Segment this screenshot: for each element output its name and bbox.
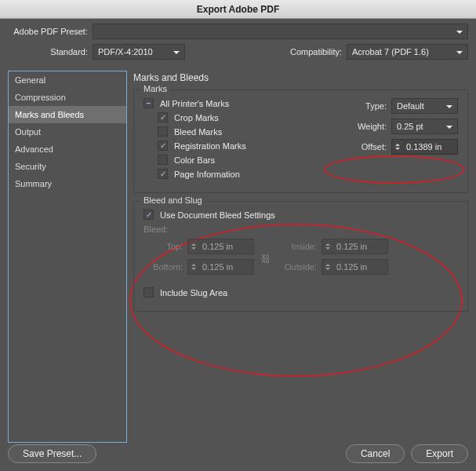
stepper-arrows-icon	[322, 260, 333, 274]
panel-heading: Marks and Bleeds	[133, 72, 468, 83]
crop-marks-check[interactable]	[158, 112, 168, 122]
save-preset-button[interactable]: Save Preset...	[8, 444, 96, 463]
bleed-slug-group-title: Bleed and Slug	[140, 195, 205, 205]
all-printers-marks-label: All Printer's Marks	[160, 99, 229, 108]
weight-dropdown[interactable]: 0.25 pt	[391, 119, 458, 134]
all-printers-marks-check[interactable]	[144, 98, 154, 108]
bleed-bottom-label: Bottom:	[144, 262, 187, 272]
link-icon: ⛓	[260, 254, 271, 265]
bleed-top-label: Top:	[144, 242, 187, 251]
compatibility-dropdown[interactable]: Acrobat 7 (PDF 1.6)	[347, 44, 468, 60]
bleed-inside-label: Inside:	[278, 242, 322, 251]
stepper-arrows-icon[interactable]	[392, 140, 403, 154]
weight-label: Weight:	[358, 122, 391, 131]
offset-input[interactable]: 0.1389 in	[391, 139, 458, 155]
sidebar-item-output[interactable]: Output	[9, 123, 126, 141]
preset-dropdown[interactable]	[93, 24, 468, 39]
compatibility-label: Compatibility:	[290, 47, 347, 57]
cancel-button[interactable]: Cancel	[346, 444, 405, 463]
color-bars-label: Color Bars	[174, 155, 215, 165]
standard-dropdown[interactable]: PDF/X-4:2010	[93, 44, 185, 60]
bleed-outside-input: 0.125 in	[322, 259, 388, 275]
color-bars-check[interactable]	[158, 155, 168, 165]
bleed-slug-group: Bleed and Slug Use Document Bleed Settin…	[133, 201, 468, 312]
sidebar-item-compression[interactable]: Compression	[9, 89, 126, 106]
stepper-arrows-icon	[188, 239, 199, 254]
bleed-marks-check[interactable]	[158, 126, 168, 137]
type-dropdown[interactable]: Default	[391, 98, 458, 114]
page-information-check[interactable]	[158, 169, 168, 179]
bleed-heading: Bleed:	[144, 225, 458, 234]
offset-label: Offset:	[362, 142, 391, 152]
category-sidebar: General Compression Marks and Bleeds Out…	[8, 71, 127, 443]
include-slug-check[interactable]	[144, 287, 154, 298]
marks-group: Marks All Printer's Marks Crop Marks	[133, 89, 468, 193]
bleed-marks-label: Bleed Marks	[174, 127, 222, 137]
stepper-arrows-icon	[322, 239, 333, 254]
registration-marks-check[interactable]	[158, 141, 168, 151]
standard-label: Standard:	[8, 47, 93, 57]
type-label: Type:	[365, 101, 391, 111]
bleed-outside-label: Outside:	[278, 262, 322, 272]
marks-group-title: Marks	[140, 84, 170, 93]
preset-label: Adobe PDF Preset:	[8, 27, 93, 36]
bleed-inside-input: 0.125 in	[322, 239, 388, 254]
sidebar-item-security[interactable]: Security	[9, 158, 126, 175]
bleed-top-input: 0.125 in	[187, 239, 254, 254]
registration-marks-label: Registration Marks	[174, 141, 246, 151]
bleed-bottom-input: 0.125 in	[187, 259, 254, 275]
include-slug-label: Include Slug Area	[160, 288, 227, 298]
window-title: Export Adobe PDF	[0, 0, 476, 19]
export-button[interactable]: Export	[411, 444, 468, 463]
sidebar-item-general[interactable]: General	[9, 71, 126, 89]
crop-marks-label: Crop Marks	[174, 113, 219, 122]
page-information-label: Page Information	[174, 170, 240, 179]
sidebar-item-advanced[interactable]: Advanced	[9, 141, 126, 158]
use-doc-bleed-label: Use Document Bleed Settings	[160, 210, 275, 220]
sidebar-item-summary[interactable]: Summary	[9, 175, 126, 192]
stepper-arrows-icon	[188, 260, 199, 274]
use-doc-bleed-check[interactable]	[144, 210, 154, 220]
sidebar-item-marks[interactable]: Marks and Bleeds	[9, 106, 126, 123]
